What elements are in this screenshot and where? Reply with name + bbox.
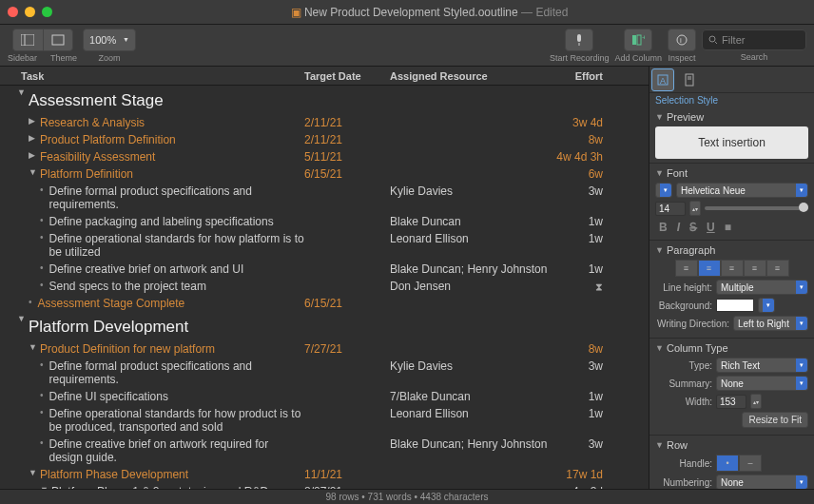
svg-rect-0 xyxy=(21,34,34,46)
section-row[interactable]: ▼Assessment Stage xyxy=(0,86,649,114)
theme-button[interactable] xyxy=(43,29,73,51)
inspect-label: Inspect xyxy=(668,53,695,63)
line-height-label: Line height: xyxy=(655,282,712,293)
sidebar-toggle[interactable] xyxy=(12,29,43,51)
numbering-label: Numbering: xyxy=(655,477,712,488)
add-column-label: Add Column xyxy=(614,53,662,63)
col-target-date[interactable]: Target Date xyxy=(304,70,390,82)
outline-row[interactable]: •Define UI specifications7/Blake Duncan1… xyxy=(0,388,649,405)
bold-button[interactable]: B xyxy=(659,221,668,234)
summary-label: Summary: xyxy=(655,378,712,389)
selection-style-label: Selection Style xyxy=(649,93,814,107)
align-center-button[interactable]: ≡ xyxy=(698,260,721,277)
theme-label: Theme xyxy=(50,53,77,63)
sidebar-label: Sidebar xyxy=(8,53,37,63)
zoom-button[interactable] xyxy=(42,7,52,17)
align-left-button[interactable]: ≡ xyxy=(675,260,698,277)
close-button[interactable] xyxy=(8,7,18,17)
outline-row[interactable]: •Define operational standards for how pr… xyxy=(0,405,649,436)
status-bar: 98 rows • 731 words • 4438 characters xyxy=(0,489,814,504)
font-family-select[interactable]: Helvetica Neue▾ xyxy=(676,183,808,198)
start-recording-label: Start Recording xyxy=(550,53,610,63)
align-justify-button[interactable]: ≡ xyxy=(744,260,766,277)
align-right-button[interactable]: ≡ xyxy=(721,260,744,277)
search-icon xyxy=(708,35,718,45)
outline-row[interactable]: •Define operational standards for how pl… xyxy=(0,230,649,261)
align-natural-button[interactable]: ≡ xyxy=(766,260,789,277)
preview-box: Text insertion xyxy=(655,126,808,159)
minimize-button[interactable] xyxy=(25,7,35,17)
outline-row[interactable]: •Send specs to the project teamDon Jense… xyxy=(0,278,649,295)
font-size-slider[interactable] xyxy=(705,206,808,210)
outline-row[interactable]: ▼Product Definition for new platform7/27… xyxy=(0,340,649,358)
outline-row[interactable]: •Define packaging and labeling specifica… xyxy=(0,213,649,230)
svg-text:+: + xyxy=(642,34,645,42)
section-row[interactable]: ▼Platform Development xyxy=(0,312,649,340)
text-color-button[interactable]: ■ xyxy=(725,221,731,234)
column-headers: Task Target Date Assigned Resource Effor… xyxy=(0,67,649,86)
writing-dir-label: Writing Direction: xyxy=(655,319,729,329)
outline-row[interactable]: •Define formal product specifications an… xyxy=(0,358,649,388)
svg-rect-5 xyxy=(632,35,636,45)
strike-button[interactable]: S̶ xyxy=(689,221,697,234)
svg-point-8 xyxy=(677,35,687,45)
svg-rect-14 xyxy=(686,74,693,86)
svg-point-10 xyxy=(709,36,715,42)
search-label: Search xyxy=(741,52,768,62)
width-stepper[interactable]: ▴▾ xyxy=(750,394,762,409)
outline-row[interactable]: ▶Research & Analysis2/11/213w 4d xyxy=(0,114,649,131)
outline-row[interactable]: ▶Feasibility Assessment5/11/214w 4d 3h xyxy=(0,148,649,165)
numbering-select[interactable]: None▾ xyxy=(716,475,808,489)
font-size-stepper[interactable]: ▴▾ xyxy=(689,201,701,216)
col-effort[interactable]: Effort xyxy=(552,70,649,82)
outline-view: Task Target Date Assigned Resource Effor… xyxy=(0,67,649,489)
inspector-tab-doc[interactable] xyxy=(678,68,701,91)
inspector-tab-style[interactable]: A xyxy=(651,68,674,91)
width-label: Width: xyxy=(655,397,712,407)
italic-button[interactable]: I xyxy=(677,221,680,234)
outline-row[interactable]: ▼Platform Definition6/15/216w xyxy=(0,165,649,183)
underline-button[interactable]: U xyxy=(707,221,715,234)
writing-dir-select[interactable]: Left to Right▾ xyxy=(733,316,808,331)
zoom-label: Zoom xyxy=(99,53,121,63)
outline-row[interactable]: •Define creative brief on artwork and UI… xyxy=(0,261,649,278)
resize-to-fit-button[interactable]: Resize to Fit xyxy=(742,412,808,428)
outline-row[interactable]: •Assessment Stage Complete6/15/21 xyxy=(0,295,649,312)
col-task[interactable]: Task xyxy=(0,70,304,82)
start-recording-button[interactable] xyxy=(565,29,593,51)
window-title: ▣ New Product Development Styled.ooutlin… xyxy=(52,6,806,19)
outline-row[interactable]: •Define creative brief on artwork requir… xyxy=(0,436,649,466)
outline-row[interactable]: •Define formal product specifications an… xyxy=(0,183,649,213)
inspector-panel: A Selection Style ▼Preview Text insertio… xyxy=(649,67,814,489)
type-label: Type: xyxy=(655,360,712,371)
font-style-select[interactable]: ▾ xyxy=(655,183,672,198)
summary-select[interactable]: None▾ xyxy=(716,376,808,391)
svg-rect-6 xyxy=(637,35,641,45)
svg-rect-3 xyxy=(577,34,581,42)
handle-label: Handle: xyxy=(655,458,712,469)
inspect-button[interactable]: i xyxy=(668,29,696,51)
font-heading: Font xyxy=(667,167,688,179)
svg-text:i: i xyxy=(680,36,682,45)
background-select[interactable]: ▾ xyxy=(758,298,775,313)
font-size-field[interactable]: 14 xyxy=(655,202,686,216)
outline-row[interactable]: ▶Product Platform Definition2/11/218w xyxy=(0,131,649,148)
handle-bullet-button[interactable]: • xyxy=(716,455,739,472)
column-type-heading: Column Type xyxy=(667,342,728,354)
outline-row[interactable]: ▼Platform Phase Development11/1/2117w 1d xyxy=(0,466,649,483)
line-height-select[interactable]: Multiple▾ xyxy=(716,280,808,295)
zoom-select[interactable]: 100%▼ xyxy=(83,29,136,51)
outline-row[interactable]: ▼Platform Phase 1 & 2 prototyping and R&… xyxy=(0,483,649,489)
svg-line-11 xyxy=(715,42,717,44)
add-column-button[interactable]: + xyxy=(624,29,652,51)
background-swatch[interactable] xyxy=(716,299,754,312)
col-assigned[interactable]: Assigned Resource xyxy=(390,70,552,82)
filter-input[interactable]: Filter xyxy=(702,29,806,50)
width-field[interactable]: 153 xyxy=(716,395,746,409)
row-heading: Row xyxy=(667,439,688,451)
type-select[interactable]: Rich Text▾ xyxy=(716,358,808,373)
background-label: Background: xyxy=(655,300,712,311)
preview-heading: Preview xyxy=(667,111,704,123)
handle-none-button[interactable]: – xyxy=(739,455,762,472)
toolbar: SidebarTheme 100%▼ Zoom Start Recording … xyxy=(0,25,814,67)
